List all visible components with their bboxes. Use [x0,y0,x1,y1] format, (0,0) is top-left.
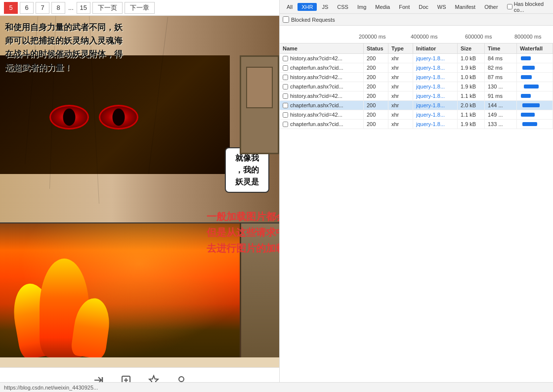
network-table[interactable]: Name Status Type Initiator Size Time Wat… [280,44,553,392]
manga-story-text: 和使用自身力量的武者不同，妖 师可以把捕捉的妖灵纳入灵魂海 在战斗的时候催动妖灵… [5,21,123,75]
cell-initiator[interactable]: jquery-1.8... [413,120,458,129]
manga-bottom-panel [0,223,279,357]
page-ellipsis: ... [67,4,75,11]
cell-size: 1.9 kB [458,82,485,91]
cell-initiator[interactable]: jquery-1.8... [413,63,458,72]
blocked-requests-bar: Blocked Requests [280,14,553,26]
cell-initiator[interactable]: jquery-1.8... [413,73,458,82]
cell-status: 200 [364,110,388,119]
cell-name: history.ashx?cid=42... [280,110,364,119]
col-status: Status [364,44,388,53]
timeline-label-4: 800000 ms [514,34,541,40]
blocked-requests-label: Blocked Requests [291,17,335,23]
cell-time: 130 ... [485,82,517,91]
cell-time: 87 ms [485,73,517,82]
cell-waterfall [517,54,553,63]
cell-size: 1.1 kB [458,91,485,100]
table-row[interactable]: history.ashx?cid=42...200xhrjquery-1.8..… [280,54,553,63]
table-row[interactable]: history.ashx?cid=42...200xhrjquery-1.8..… [280,110,553,120]
filter-font[interactable]: Font [395,3,414,11]
svg-point-6 [179,377,184,382]
page-5[interactable]: 5 [4,2,18,14]
filter-xhr[interactable]: XHR [298,3,317,11]
row-checkbox[interactable] [283,56,288,61]
cell-waterfall [517,120,553,129]
filter-other[interactable]: Other [480,3,502,11]
page-8[interactable]: 8 [51,2,65,14]
col-waterfall: Waterfall [517,44,553,53]
cell-initiator[interactable]: jquery-1.8... [413,54,458,63]
cell-waterfall [517,91,553,100]
timeline-bar: 200000 ms 400000 ms 600000 ms 800000 ms [280,26,553,44]
table-row[interactable]: chapterfun.ashx?cid...200xhrjquery-1.8..… [280,101,553,110]
manga-eyes [40,95,148,164]
page-7[interactable]: 7 [36,2,49,14]
filter-ws[interactable]: WS [433,3,450,11]
cell-status: 200 [364,101,388,110]
table-row[interactable]: chapterfun.ashx?cid...200xhrjquery-1.8..… [280,82,553,91]
cell-type: xhr [388,91,413,100]
cell-initiator[interactable]: jquery-1.8... [413,82,458,91]
cell-name: chapterfun.ashx?cid... [280,82,364,91]
cell-waterfall [517,82,553,91]
page-6[interactable]: 6 [20,2,34,14]
row-checkbox[interactable] [283,65,288,71]
cell-type: xhr [388,120,413,129]
cell-status: 200 [364,73,388,82]
left-eye [49,105,89,130]
cell-waterfall [517,110,553,119]
cell-initiator[interactable]: jquery-1.8... [413,101,458,110]
cell-type: xhr [388,73,413,82]
has-blocked-checkbox[interactable] [507,4,512,9]
cell-status: 200 [364,91,388,100]
filter-js[interactable]: JS [318,3,332,11]
page-15[interactable]: 15 [77,2,90,14]
left-panel: 5 6 7 8 ... 15 下一页 下一章 和使用自身力量的武者不同，妖 师可… [0,0,279,392]
cell-time: 82 ms [485,63,517,72]
cell-name: chapterfun.ashx?cid... [280,101,364,110]
table-row[interactable]: chapterfun.ashx?cid...200xhrjquery-1.8..… [280,120,553,129]
cell-name: chapterfun.ashx?cid... [280,63,364,72]
cell-type: xhr [388,82,413,91]
cell-type: xhr [388,54,413,63]
filter-manifest[interactable]: Manifest [451,3,480,11]
filter-doc[interactable]: Doc [415,3,432,11]
cell-size: 2.0 kB [458,101,485,110]
table-row[interactable]: history.ashx?cid=42...200xhrjquery-1.8..… [280,91,553,101]
cell-size: 1.9 kB [458,63,485,72]
cell-name: history.ashx?cid=42... [280,91,364,100]
cell-time: 91 ms [485,91,517,100]
blocked-requests-checkbox[interactable] [283,16,289,23]
filter-css[interactable]: CSS [333,3,352,11]
cell-status: 200 [364,63,388,72]
cell-status: 200 [364,82,388,91]
row-checkbox[interactable] [283,112,288,118]
has-blocked-checkbox-container: Has blocked co... [507,1,550,13]
cell-waterfall [517,101,553,110]
col-time: Time [485,44,517,53]
cell-type: xhr [388,63,413,72]
status-bar: https://blog.csdn.net/weixin_4430925... [279,382,553,392]
table-row[interactable]: history.ashx?cid=42...200xhrjquery-1.8..… [280,73,553,82]
cell-name: history.ashx?cid=42... [280,73,364,82]
filter-media[interactable]: Media [371,3,394,11]
row-checkbox[interactable] [283,93,288,99]
filter-img[interactable]: Img [353,3,370,11]
row-checkbox[interactable] [283,75,288,80]
cell-initiator[interactable]: jquery-1.8... [413,110,458,119]
cell-time: 149 ... [485,110,517,119]
prev-page-btn[interactable]: 下一页 [92,2,123,14]
comic-content: 和使用自身力量的武者不同，妖 师可以把捕捉的妖灵纳入灵魂海 在战斗的时候催动妖灵… [0,16,279,367]
row-checkbox[interactable] [283,103,288,108]
filter-all[interactable]: All [283,3,297,11]
row-checkbox[interactable] [283,122,288,127]
cell-initiator[interactable]: jquery-1.8... [413,91,458,100]
cell-size: 1.0 kB [458,73,485,82]
col-name: Name [280,44,364,53]
row-checkbox[interactable] [283,84,288,89]
cell-size: 1.9 kB [458,120,485,129]
table-row[interactable]: chapterfun.ashx?cid...200xhrjquery-1.8..… [280,63,553,73]
door-element [240,55,279,154]
next-chapter-btn[interactable]: 下一章 [125,2,155,14]
cell-time: 84 ms [485,54,517,63]
